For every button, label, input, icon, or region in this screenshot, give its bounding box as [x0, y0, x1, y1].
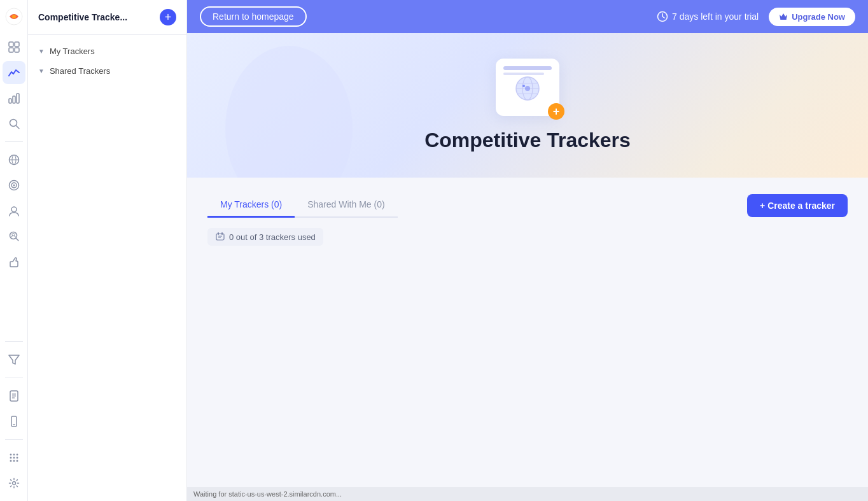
hero-section: + Competitive Trackers [187, 33, 868, 178]
rail-divider-3 [5, 378, 23, 378]
sidebar-add-button[interactable]: + [160, 9, 176, 25]
topbar: Return to homepage 7 days left in your t… [187, 0, 868, 33]
rail-icon-settings[interactable] [3, 472, 25, 495]
globe-illustration [512, 73, 543, 106]
svg-point-31 [10, 457, 11, 459]
trial-text: 7 days left in your trial [672, 11, 759, 22]
svg-rect-5 [15, 48, 19, 52]
tab-my-trackers[interactable]: My Trackers (0) [207, 193, 295, 218]
svg-point-20 [12, 234, 15, 236]
sidebar-title: Competitive Tracke... [38, 12, 127, 22]
svg-point-32 [13, 457, 15, 459]
svg-point-17 [11, 207, 17, 212]
svg-point-33 [16, 457, 18, 459]
svg-rect-2 [9, 42, 13, 46]
icon-rail [0, 0, 28, 501]
rail-icon-filter[interactable] [3, 348, 25, 371]
svg-marker-21 [9, 355, 19, 364]
rail-divider-4 [5, 439, 23, 440]
svg-point-37 [12, 482, 15, 485]
sidebar: Competitive Tracke... + ▼ My Trackers ▼ … [28, 0, 187, 501]
rail-icon-thumbs-up[interactable] [3, 250, 25, 273]
sidebar-item-shared-trackers[interactable]: ▼ Shared Trackers [28, 61, 186, 81]
svg-rect-3 [15, 42, 19, 46]
tracker-quota: 0 out of 3 trackers used [207, 228, 323, 246]
svg-point-36 [16, 460, 18, 462]
svg-rect-39 [780, 18, 787, 20]
rail-icon-grid-dots[interactable] [3, 446, 25, 469]
svg-point-30 [16, 454, 18, 456]
plus-badge: + [548, 103, 564, 120]
hero-icon-wrap: + [496, 59, 559, 116]
rail-icon-chart[interactable] [3, 87, 25, 109]
sidebar-item-my-trackers[interactable]: ▼ My Trackers [28, 41, 186, 61]
rail-icon-report[interactable] [3, 385, 25, 407]
rail-icon-magnify[interactable] [3, 112, 25, 135]
tabs-row: My Trackers (0) Shared With Me (0) + Cre… [207, 193, 848, 218]
sidebar-nav: ▼ My Trackers ▼ Shared Trackers [28, 35, 186, 87]
shared-trackers-chevron: ▼ [38, 67, 45, 74]
svg-point-29 [13, 454, 15, 456]
main-area: Return to homepage 7 days left in your t… [187, 0, 868, 501]
quota-text: 0 out of 3 trackers used [229, 232, 316, 242]
rail-icon-mobile[interactable] [3, 410, 25, 433]
svg-point-34 [10, 460, 11, 462]
return-homepage-button[interactable]: Return to homepage [200, 6, 307, 27]
svg-rect-8 [17, 94, 19, 103]
svg-point-45 [525, 86, 530, 91]
topbar-right: 7 days left in your trial Upgrade Now [657, 8, 855, 26]
clock-icon [657, 11, 668, 22]
svg-point-1 [12, 15, 16, 18]
rail-divider-1 [5, 141, 23, 142]
svg-rect-6 [9, 99, 11, 103]
create-tracker-button[interactable]: + Create a tracker [747, 194, 848, 217]
svg-point-9 [10, 120, 17, 127]
upgrade-button[interactable]: Upgrade Now [769, 8, 855, 26]
trial-info: 7 days left in your trial [657, 11, 759, 22]
rail-icon-target[interactable] [3, 174, 25, 197]
statusbar: Waiting for static-us-us-west-2.similarc… [187, 487, 868, 501]
svg-rect-50 [218, 232, 219, 235]
rail-icon-search-person[interactable] [3, 225, 25, 248]
quota-icon [215, 232, 225, 242]
svg-point-28 [10, 454, 11, 456]
crown-icon [779, 12, 788, 21]
my-trackers-label: My Trackers [50, 46, 95, 56]
svg-rect-7 [13, 96, 15, 103]
my-trackers-chevron: ▼ [38, 48, 45, 55]
hero-icon-card: + [496, 59, 559, 116]
content-area: My Trackers (0) Shared With Me (0) + Cre… [187, 178, 868, 487]
svg-point-35 [13, 460, 15, 462]
upgrade-label: Upgrade Now [792, 12, 845, 22]
svg-line-10 [16, 126, 19, 129]
statusbar-text: Waiting for static-us-us-west-2.similarc… [193, 490, 342, 498]
svg-line-19 [16, 239, 18, 241]
svg-rect-47 [216, 234, 224, 240]
app-logo[interactable] [4, 6, 24, 27]
rail-icon-dashboard[interactable] [3, 36, 25, 59]
sidebar-header: Competitive Tracke... + [28, 0, 186, 35]
rail-icon-trackers[interactable] [3, 61, 25, 84]
svg-rect-4 [9, 48, 13, 52]
svg-point-16 [13, 185, 15, 187]
rail-divider-2 [5, 341, 23, 342]
hero-title: Competitive Trackers [424, 129, 631, 152]
shared-trackers-label: Shared Trackers [50, 66, 110, 76]
tab-shared-with-me[interactable]: Shared With Me (0) [295, 193, 397, 218]
svg-rect-51 [221, 232, 223, 235]
rail-icon-badge[interactable] [3, 199, 25, 222]
rail-icon-globe[interactable] [3, 148, 25, 171]
tabs-container: My Trackers (0) Shared With Me (0) [207, 193, 398, 218]
svg-point-46 [522, 85, 525, 87]
